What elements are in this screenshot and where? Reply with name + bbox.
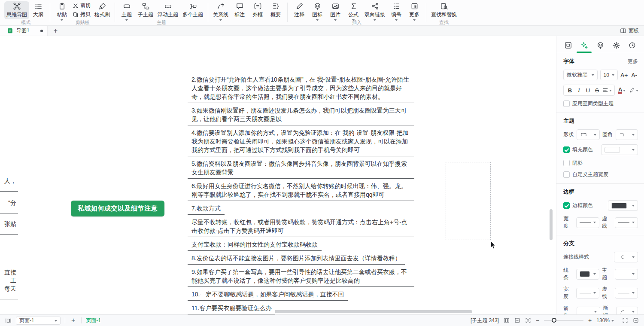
corner-select[interactable] — [616, 129, 638, 140]
branch-topic-select[interactable] — [615, 269, 638, 280]
toolbar-button-cut[interactable]: 剪切 — [73, 2, 91, 9]
strikethrough-button[interactable]: S — [592, 87, 601, 94]
font-size-select[interactable]: 10 — [600, 70, 618, 80]
mindmap-canvas[interactable]: 私域如何成交以及细节注意 2.微信要打开“允许陌生人查看10条朋友圈”，在 我-… — [0, 36, 556, 314]
toolbar-button-callout[interactable]: 标注 — [231, 1, 249, 19]
map-topic-node[interactable]: 尽量不收转账，收红包，或者用赞赏码收款，赞赏码开通方式：点击右上角+号-点击收付… — [188, 217, 414, 237]
connector-style-select[interactable] — [614, 252, 638, 262]
panel-toggle-button[interactable]: 面板 — [620, 27, 644, 34]
border-color-checkbox[interactable] — [563, 202, 570, 209]
collapse-panel-icon[interactable] — [633, 317, 639, 323]
zoom-out-button[interactable]: − — [536, 317, 539, 324]
font-family-select[interactable]: 微软雅黑 — [563, 70, 598, 80]
italic-button[interactable]: I — [574, 87, 583, 94]
toolbar-button-outline[interactable]: 大纲 — [29, 1, 47, 19]
map-topic-node[interactable]: 10.一定不要聊敏感话题，如果客户问敏感话题，直接不回 — [188, 289, 348, 301]
toolbar-button-summary[interactable]: 概要 — [267, 1, 285, 19]
map-topic-node-clipped[interactable] — [188, 68, 329, 72]
toolbar-button-brush[interactable]: 格式刷 — [92, 1, 112, 19]
map-topic-node[interactable]: 9.如果客户买了第一套写真，要用一些引导性的话去让他买第二套或者买衣服，不能他买… — [188, 267, 414, 287]
map-topic-node[interactable]: 7.收款方式 — [188, 204, 225, 215]
map-topic-node[interactable]: 6.最好用女生身份证进行实名微信，不然别人给你转账的时候出现：伟、强。龙。刚等字… — [188, 181, 414, 201]
border-color-select[interactable] — [608, 200, 638, 211]
fit-screen-icon[interactable] — [525, 317, 531, 323]
tab-theme[interactable] — [611, 40, 622, 53]
copy-icon — [73, 12, 79, 18]
toolbar-button-multitopic[interactable]: 多个主题 — [180, 1, 205, 19]
branch-section-title: 分支 — [563, 240, 638, 247]
mouse-cursor — [490, 241, 497, 251]
toolbar-button-more[interactable]: 更多 — [405, 1, 423, 22]
zoom-level-select[interactable]: 130% — [596, 317, 614, 323]
font-more-button[interactable]: 更多 — [628, 58, 638, 65]
fill-color-checkbox[interactable] — [563, 146, 570, 153]
page-tab-1[interactable]: 页面-1 — [86, 317, 101, 324]
font-size-up-button[interactable]: A+ — [620, 72, 628, 79]
branch-width-select[interactable] — [576, 288, 599, 299]
branch-dash-select[interactable] — [615, 288, 638, 299]
custom-width-checkbox[interactable] — [563, 171, 570, 178]
align-icon — [602, 87, 608, 93]
toolbar-button-mindmap[interactable]: 思维导图 — [4, 1, 29, 19]
map-topic-node-clipped-left[interactable]: 张贴 — [0, 220, 18, 235]
tab-history[interactable] — [626, 40, 638, 53]
toolbar-button-findreplace[interactable]: 查找和替换 — [429, 1, 459, 19]
apply-same-type-checkbox[interactable] — [563, 101, 570, 107]
add-page-button[interactable]: + — [70, 317, 77, 324]
map-topic-node-clipped-left[interactable]: 直接 工 每天 — [0, 268, 18, 299]
align-button[interactable] — [601, 87, 613, 93]
vertical-scrollbar[interactable] — [550, 209, 553, 240]
toolbar-button-formula[interactable]: 公式 — [344, 1, 362, 22]
zoom-slider[interactable] — [544, 320, 583, 321]
zoom-in-button[interactable]: + — [588, 317, 592, 324]
shape-select[interactable] — [577, 129, 600, 140]
map-topic-node[interactable]: 3.如果微信刚设置好，朋友圈还没发几条怎么办，我们可以把朋友圈设置为三天可见，让… — [188, 106, 414, 125]
shadow-checkbox[interactable] — [563, 160, 570, 166]
new-tab-button[interactable]: + — [48, 27, 64, 35]
underline-button[interactable]: U — [583, 87, 592, 94]
toolbar-button-subtopic[interactable]: 子主题 — [136, 1, 155, 19]
toolbar-button-paste[interactable]: 粘贴 — [53, 1, 71, 22]
selection-marquee — [446, 162, 491, 240]
arrow-select[interactable] — [577, 307, 600, 315]
paste-icon — [58, 2, 66, 10]
font-color-button[interactable]: A — [618, 87, 626, 94]
tab-sticker[interactable] — [595, 40, 606, 53]
fill-color-select[interactable] — [601, 144, 638, 155]
map-topic-node[interactable]: 5.微信资料以及朋友圈设置：微信头像同步抖音头像，朋友圈背景可以在知乎搜索女生朋… — [188, 159, 414, 179]
highlight-button[interactable] — [629, 87, 638, 93]
toolbar-button-boundary[interactable]: 外框 — [249, 1, 267, 19]
toolbar-button-sticker[interactable]: 图标 — [308, 1, 326, 22]
tab-canvas-style[interactable] — [562, 40, 574, 53]
border-dash-select[interactable] — [615, 217, 638, 228]
border-width-select[interactable] — [576, 217, 599, 228]
map-topic-node[interactable]: 11.客户要买衣服要验证怎么办 — [188, 303, 275, 314]
zoom-slider-knob[interactable] — [552, 318, 556, 323]
fullscreen-icon[interactable] — [622, 317, 628, 323]
map-topic-node[interactable]: 4.微信要设置别人添加你的方式，设置为免验证添加：在 我的-设置-朋友权限-把加… — [188, 128, 414, 156]
toolbar-button-floattopic[interactable]: 浮动主题 — [155, 1, 180, 19]
page-panel-icon[interactable] — [5, 317, 12, 324]
toolbar-button-relation[interactable]: 关系线 — [211, 1, 231, 22]
font-size-down-button[interactable]: A- — [630, 72, 638, 79]
page-select[interactable]: 页面-1 — [16, 317, 61, 325]
bold-button[interactable]: B — [565, 87, 574, 94]
toolbar-button-note[interactable]: 注释 — [290, 1, 308, 19]
central-topic-node[interactable]: 私域如何成交以及细节注意 — [71, 201, 164, 216]
line-color-select[interactable] — [576, 269, 599, 280]
toolbar-button-number[interactable]: 编号 — [387, 1, 405, 22]
taper-select[interactable] — [616, 307, 638, 315]
map-topic-node[interactable]: 8.发价位表的话不能直接发图片，要将图片添加到表情里面去发（详情看教程） — [188, 253, 405, 265]
toolbar-button-image[interactable]: 图片 — [326, 1, 344, 22]
map-topic-node-clipped-left[interactable]: “分 — [0, 199, 18, 213]
toolbar-button-copy[interactable]: 拷贝 — [73, 11, 91, 18]
toolbar-button-bilink[interactable]: 双向链接 — [362, 1, 387, 22]
map-topic-node[interactable]: 2.微信要打开“允许陌生人查看10条朋友圈”，在 我-设置-朋友权限-朋友圈-允… — [188, 75, 414, 103]
tab-style[interactable] — [578, 40, 590, 53]
toolbar-button-topic[interactable]: 主题 — [118, 1, 136, 22]
map-topic-node[interactable]: 支付宝收款：同样的用女性的支付宝收款码收款 — [188, 240, 322, 251]
layout-columns-icon[interactable] — [504, 317, 510, 323]
center-view-icon[interactable] — [514, 317, 520, 323]
document-tab[interactable]: 导图1 — [0, 26, 48, 36]
map-topic-node-clipped-left[interactable]: 人， — [0, 177, 18, 192]
